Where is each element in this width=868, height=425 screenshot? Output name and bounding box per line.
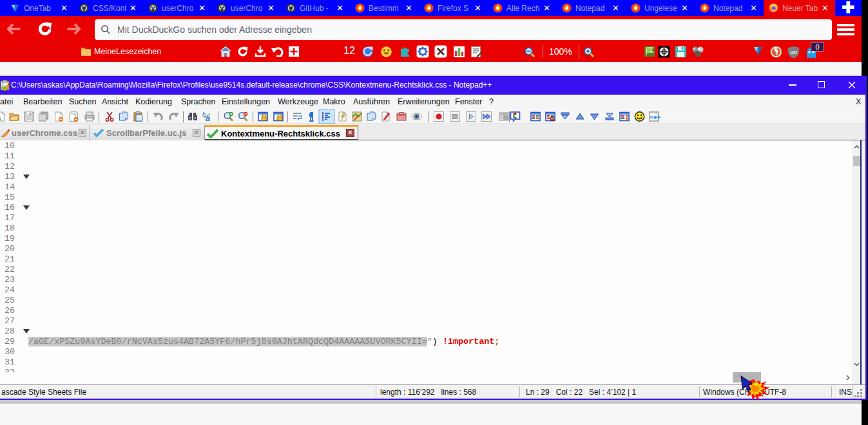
svg-text:<e>: <e> — [650, 113, 661, 120]
svg-text:UO: UO — [790, 50, 797, 55]
